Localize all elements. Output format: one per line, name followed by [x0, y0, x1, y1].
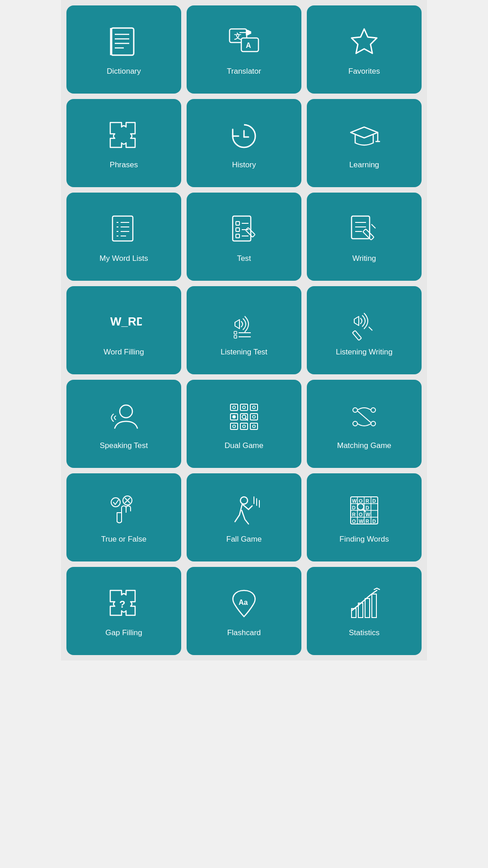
svg-text:D: D: [372, 519, 376, 524]
listening-writing-icon: [346, 305, 382, 341]
svg-rect-48: [240, 404, 248, 410]
test-label: Test: [237, 254, 251, 263]
word-filling-icon: W_RD: [106, 305, 142, 341]
tile-gap-filling[interactable]: ? Gap Filling: [66, 567, 181, 655]
svg-rect-59: [230, 423, 238, 429]
tile-favorites[interactable]: Favorites: [307, 5, 422, 94]
svg-marker-10: [352, 29, 377, 53]
svg-point-64: [253, 425, 255, 428]
svg-rect-39: [234, 331, 237, 334]
dictionary-icon: [106, 24, 142, 61]
matching-game-icon: [346, 399, 382, 435]
svg-text:W_RD: W_RD: [110, 315, 142, 328]
svg-point-62: [243, 425, 245, 428]
tile-dictionary[interactable]: Dictionary: [66, 5, 181, 94]
svg-line-37: [371, 224, 375, 228]
svg-point-53: [233, 415, 235, 418]
tile-listening-test[interactable]: Listening Test: [187, 286, 301, 374]
tile-test[interactable]: Test: [187, 193, 301, 281]
tile-word-filling[interactable]: W_RD Word Filling: [66, 286, 181, 374]
svg-rect-61: [240, 423, 248, 429]
dual-game-label: Dual Game: [225, 441, 263, 450]
fall-game-label: Fall Game: [226, 535, 262, 544]
svg-line-44: [369, 327, 372, 330]
phrases-label: Phrases: [110, 160, 138, 170]
tile-history[interactable]: History: [187, 99, 301, 187]
history-icon: [226, 118, 262, 154]
history-label: History: [232, 160, 256, 170]
tile-writing[interactable]: Writing: [307, 193, 422, 281]
dictionary-label: Dictionary: [107, 67, 141, 76]
listening-test-label: Listening Test: [221, 348, 267, 357]
svg-text:R: R: [366, 519, 369, 524]
svg-rect-43: [352, 330, 361, 340]
svg-rect-104: [372, 594, 376, 618]
svg-point-49: [243, 406, 245, 409]
tile-phrases[interactable]: Phrases: [66, 99, 181, 187]
svg-rect-103: [365, 599, 370, 618]
dual-game-icon: [226, 399, 262, 435]
statistics-icon: [346, 586, 382, 622]
svg-text:R: R: [352, 512, 356, 517]
svg-rect-57: [250, 414, 258, 420]
svg-text:R: R: [366, 498, 369, 504]
statistics-label: Statistics: [349, 628, 380, 637]
gap-filling-label: Gap Filling: [105, 628, 142, 637]
svg-point-68: [371, 421, 375, 426]
learning-label: Learning: [349, 160, 379, 170]
writing-label: Writing: [352, 254, 376, 263]
tile-fall-game[interactable]: Fall Game: [187, 473, 301, 561]
tile-true-or-false[interactable]: True or False: [66, 473, 181, 561]
svg-rect-27: [236, 228, 239, 231]
tile-learning[interactable]: Learning: [307, 99, 422, 187]
true-or-false-icon: [106, 492, 142, 528]
listening-writing-label: Listening Writing: [336, 348, 392, 357]
tile-finding-words[interactable]: W O R D D D R O W O W R D Finding Words: [307, 473, 422, 561]
finding-words-icon: W O R D D D R O W O W R D: [346, 492, 382, 528]
svg-text:?: ?: [119, 599, 125, 610]
tile-dual-game[interactable]: Dual Game: [187, 380, 301, 468]
svg-rect-25: [236, 222, 239, 225]
learning-icon: [346, 118, 382, 154]
svg-text:Aa: Aa: [239, 599, 248, 606]
svg-text:W: W: [366, 512, 371, 517]
svg-text:O: O: [352, 519, 356, 524]
phrases-icon: [106, 118, 142, 154]
translator-label: Translator: [227, 67, 261, 76]
svg-point-65: [353, 408, 357, 412]
svg-point-45: [120, 405, 132, 418]
svg-point-51: [253, 406, 255, 409]
word-filling-label: Word Filling: [103, 348, 144, 357]
finding-words-label: Finding Words: [339, 535, 389, 544]
svg-rect-63: [250, 423, 258, 429]
gap-filling-icon: ?: [106, 586, 142, 622]
tile-statistics[interactable]: Statistics: [307, 567, 422, 655]
svg-point-66: [353, 421, 357, 426]
tile-speaking-test[interactable]: Speaking Test: [66, 380, 181, 468]
svg-rect-41: [234, 335, 237, 338]
tile-matching-game[interactable]: Matching Game: [307, 380, 422, 468]
tile-listening-writing[interactable]: Listening Writing: [307, 286, 422, 374]
app-grid: Dictionary 文 A Translator: [61, 0, 427, 660]
svg-rect-29: [236, 234, 239, 238]
svg-rect-15: [113, 216, 133, 241]
speaking-test-icon: [106, 399, 142, 435]
svg-rect-46: [230, 404, 238, 410]
tile-my-word-lists[interactable]: My Word Lists: [66, 193, 181, 281]
matching-game-label: Matching Game: [337, 441, 391, 450]
true-or-false-label: True or False: [101, 535, 146, 544]
my-word-lists-icon: [106, 212, 142, 248]
my-word-lists-label: My Word Lists: [99, 254, 148, 263]
svg-point-73: [240, 497, 248, 504]
speaking-test-label: Speaking Test: [100, 441, 148, 450]
svg-point-67: [371, 408, 375, 412]
svg-text:O: O: [359, 498, 363, 504]
svg-point-69: [111, 498, 120, 507]
svg-rect-0: [111, 28, 134, 55]
tile-flashcard[interactable]: Aa Flashcard: [187, 567, 301, 655]
svg-point-47: [233, 406, 235, 409]
tile-translator[interactable]: 文 A Translator: [187, 5, 301, 94]
svg-text:O: O: [359, 512, 363, 517]
test-icon: [226, 212, 262, 248]
flashcard-icon: Aa: [226, 586, 262, 622]
